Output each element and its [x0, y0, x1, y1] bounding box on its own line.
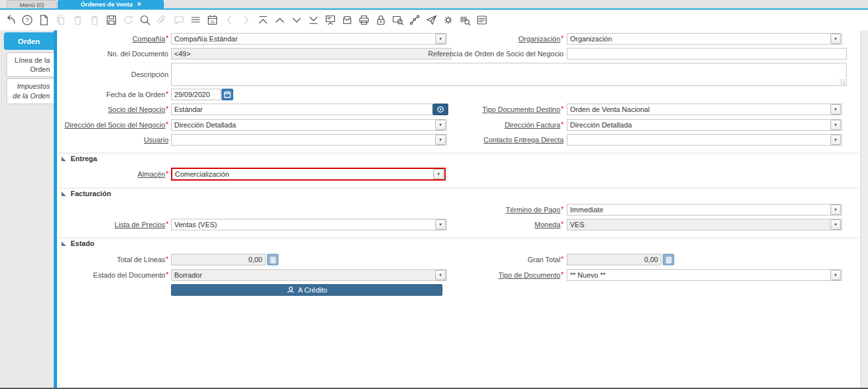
help-icon[interactable]: ? [21, 14, 34, 27]
sidebar-tab-linea-label: Línea de la Orden [15, 56, 50, 73]
collapse-icon[interactable] [62, 157, 66, 161]
toggle-grid-icon[interactable] [189, 14, 202, 27]
toolbar: ? 31 [0, 10, 868, 30]
lock-icon[interactable] [374, 14, 387, 27]
sidebar-tab-orden-label: Orden [18, 38, 40, 45]
date-picker-button[interactable] [222, 89, 233, 100]
a-credito-button[interactable]: A Crédito [171, 284, 442, 296]
usuario-label[interactable]: Usuario [57, 134, 168, 146]
tipo-documento-field[interactable]: ** Nuevo **▼ [567, 269, 842, 281]
tipo-documento-value: ** Nuevo ** [567, 271, 830, 279]
section-separator [57, 238, 859, 238]
refresh-icon[interactable] [122, 14, 135, 27]
delete-record-icon[interactable] [71, 14, 84, 27]
next-page-icon[interactable] [240, 14, 253, 27]
organizacion-field[interactable]: Organización▼ [567, 33, 842, 45]
chevron-down-icon[interactable]: ▼ [830, 120, 841, 130]
moneda-field[interactable]: VES▼ [567, 219, 842, 230]
termino-pago-field[interactable]: Immediate▼ [567, 204, 842, 216]
almacen-label[interactable]: Almacén* [57, 168, 168, 180]
total-lineas-field[interactable]: 0,00 [171, 254, 266, 265]
archive-icon[interactable] [341, 14, 354, 27]
chevron-down-icon[interactable]: ▼ [830, 104, 841, 115]
collapse-icon[interactable] [62, 192, 66, 196]
copy-record-icon[interactable] [54, 14, 67, 27]
tipo-documento-label[interactable]: Tipo de Documento* [382, 269, 564, 281]
chevron-down-icon[interactable]: ▼ [830, 34, 841, 44]
section-facturacion[interactable]: Facturación [62, 190, 111, 197]
referencia-label: Referencia de Orden de Socio del Negocio [382, 48, 564, 60]
new-record-icon[interactable] [38, 14, 51, 27]
calculator-icon [269, 256, 277, 263]
sidebar-tab-impuestos-label: Impuestos de la Orden [13, 82, 50, 100]
section-estado-label: Estado [71, 239, 95, 247]
first-record-icon[interactable] [257, 14, 269, 27]
tab-menu[interactable]: Menú (0) [6, 0, 57, 8]
chevron-down-icon[interactable]: ▼ [830, 270, 841, 280]
previous-page-icon[interactable] [223, 14, 236, 27]
compania-label[interactable]: Compañía* [57, 33, 168, 45]
termino-pago-label[interactable]: Término de Pago* [382, 204, 564, 216]
report-window-icon[interactable] [475, 14, 488, 27]
tipo-doc-destino-label[interactable]: Tipo Documento Destino* [382, 104, 564, 115]
section-estado[interactable]: Estado [62, 239, 95, 247]
descripcion-label: Descripción [57, 69, 168, 80]
sidebar-tab-impuestos-de-la-orden[interactable]: Impuestos de la Orden [6, 78, 54, 104]
a-credito-label: A Crédito [298, 286, 327, 294]
calculator-button[interactable] [663, 254, 674, 265]
collapse-icon[interactable] [62, 241, 66, 246]
direccion-socio-label[interactable]: Dirección del Socio del Negocio* [57, 119, 168, 131]
contacto-entrega-label[interactable]: Contacto Entrega Directa [382, 134, 564, 146]
find-icon[interactable] [139, 14, 152, 27]
chat-icon[interactable] [172, 14, 185, 27]
socio-negocio-label[interactable]: Socio del Negocio* [57, 104, 168, 115]
direccion-factura-label[interactable]: Dirección Factura* [382, 119, 564, 131]
descripcion-field[interactable] [171, 63, 847, 86]
chevron-down-icon[interactable]: ▼ [830, 135, 841, 145]
fecha-orden-field[interactable]: 29/09/2020 [171, 89, 221, 100]
tab-ordenes-label: Órdenes de Venta [80, 1, 132, 8]
last-record-icon[interactable] [307, 14, 320, 27]
moneda-label[interactable]: Moneda* [382, 219, 564, 230]
vertical-scrollbar[interactable] [860, 30, 868, 388]
chevron-down-icon[interactable]: ▼ [433, 169, 444, 179]
product-info-icon[interactable] [459, 14, 472, 27]
calendar-icon[interactable]: 31 [206, 14, 219, 27]
organizacion-label[interactable]: Organización* [382, 33, 564, 45]
section-separator [57, 153, 859, 153]
lista-precios-label[interactable]: Lista de Precios* [57, 219, 168, 230]
attachment-icon[interactable] [155, 14, 168, 27]
zoom-across-icon[interactable] [391, 14, 404, 27]
no-documento-label: No. del Documento [57, 48, 168, 60]
previous-record-icon[interactable] [273, 14, 286, 27]
contacto-entrega-field[interactable]: ▼ [567, 134, 842, 146]
print-icon[interactable] [358, 14, 371, 27]
direccion-factura-field[interactable]: Dirección Detallada▼ [567, 119, 842, 131]
report-icon[interactable] [324, 14, 337, 27]
save-icon[interactable] [105, 14, 118, 27]
chevron-down-icon[interactable]: ▼ [830, 205, 841, 215]
chevron-down-icon[interactable]: ▼ [830, 219, 841, 230]
no-documento-value: <49> [174, 50, 190, 58]
socio-negocio-value: Estándar [174, 106, 203, 113]
workflow-icon[interactable] [408, 14, 421, 27]
termino-pago-value: Immediate [567, 206, 830, 214]
credit-icon [286, 286, 295, 294]
next-record-icon[interactable] [290, 14, 303, 27]
gran-total-field[interactable]: 0,00 [567, 254, 661, 265]
calculator-button[interactable] [267, 254, 279, 265]
resize-handle-icon[interactable] [839, 79, 845, 85]
sidebar-tab-orden[interactable]: Orden [4, 32, 54, 50]
tipo-doc-destino-field[interactable]: Orden de Venta Nacional▼ [567, 104, 842, 115]
section-separator [57, 188, 859, 188]
close-tab-icon[interactable]: × [137, 1, 141, 8]
parent-record-icon[interactable] [4, 14, 17, 27]
delete-selection-icon[interactable] [88, 14, 101, 27]
preferences-icon[interactable] [442, 14, 455, 27]
almacen-field[interactable]: Comercialización▼ [171, 168, 446, 181]
requests-icon[interactable] [425, 14, 438, 27]
section-entrega[interactable]: Entrega [62, 155, 97, 162]
tab-ordenes-de-venta[interactable]: Órdenes de Venta × [58, 0, 164, 8]
sidebar-tab-linea-de-la-orden[interactable]: Línea de la Orden [6, 52, 54, 77]
referencia-field[interactable] [567, 48, 847, 60]
